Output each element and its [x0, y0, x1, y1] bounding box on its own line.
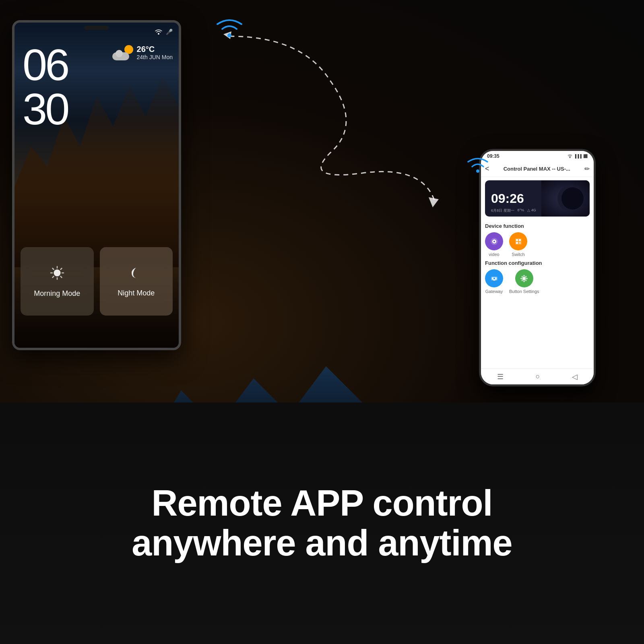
- phone-signal-text: △ 4G: [527, 208, 536, 213]
- tablet-device: 🎤 06 30: [12, 20, 181, 350]
- phone-header: < Control Panel MAX -- US-... ✏: [481, 161, 594, 177]
- svg-point-1: [476, 169, 479, 173]
- morning-mode-icon: [49, 265, 65, 285]
- phone-battery-icon: ⬛: [583, 154, 588, 158]
- device-function-grid: video Switch: [485, 232, 590, 257]
- video-label: video: [489, 252, 499, 257]
- phone-clock-card: 09:26 6月8日 星期一 8°% △ 4G: [485, 180, 590, 217]
- svg-point-28: [522, 277, 526, 280]
- bottom-headline: Remote APP control anywhere and anytime: [132, 483, 512, 563]
- phone-date-text: 6月8日 星期一: [491, 208, 514, 213]
- svg-rect-22: [519, 242, 521, 244]
- func-item-switch[interactable]: Switch: [509, 232, 527, 257]
- phone-nav-back[interactable]: ◁: [572, 372, 578, 381]
- svg-line-11: [60, 277, 62, 278]
- button-settings-label: Button Settings: [509, 289, 539, 294]
- button-settings-icon-circle: [515, 269, 533, 287]
- tablet-screen: 🎤 06 30: [14, 23, 179, 348]
- function-config-title: Function configuration: [485, 260, 590, 266]
- phone-screen: 09:35 ▐▐▐ ⬛ < Control Panel MAX -- US-..…: [481, 151, 594, 384]
- phone-content: Device function video: [481, 220, 594, 368]
- phone-battery-pct: 8°%: [518, 208, 524, 213]
- svg-rect-26: [493, 280, 495, 281]
- svg-rect-21: [516, 242, 518, 244]
- device-function-title: Device function: [485, 223, 590, 229]
- gateway-label: Gateway: [485, 289, 503, 294]
- svg-point-14: [569, 157, 570, 158]
- morning-mode-btn[interactable]: Morning Mode: [21, 247, 94, 316]
- phone-status-bar: 09:35 ▐▐▐ ⬛: [481, 151, 594, 161]
- bottom-line1: Remote APP control: [132, 483, 512, 523]
- morning-mode-label: Morning Mode: [34, 289, 80, 298]
- phone-nav: ☰ ○ ◁: [481, 368, 594, 384]
- switch-label: Switch: [512, 252, 524, 257]
- phone-frame: 09:35 ▐▐▐ ⬛ < Control Panel MAX -- US-..…: [479, 149, 596, 386]
- svg-point-25: [493, 278, 495, 279]
- function-config-grid: Gateway Button Settings: [485, 269, 590, 294]
- weather-date: 24th JUN Mon: [137, 54, 173, 60]
- gateway-icon: [490, 274, 499, 283]
- tablet-time-hours: 06: [23, 43, 68, 87]
- tablet-status-icons: 🎤: [155, 29, 173, 35]
- phone-clock-date: 6月8日 星期一 8°% △ 4G: [491, 208, 536, 213]
- svg-line-12: [60, 268, 62, 270]
- phone-header-title: Control Panel MAX -- US-...: [493, 166, 581, 172]
- night-mode-btn[interactable]: Night Mode: [100, 247, 173, 316]
- phone-nav-menu[interactable]: ☰: [497, 372, 504, 381]
- svg-point-5: [54, 270, 60, 276]
- tablet-time-container: 06 30: [23, 43, 68, 131]
- phone-device: 09:35 ▐▐▐ ⬛ < Control Panel MAX -- US-..…: [479, 149, 596, 386]
- svg-point-0: [227, 33, 231, 37]
- tablet-mic-icon: 🎤: [166, 29, 173, 35]
- phone-edit-button[interactable]: ✏: [584, 165, 590, 173]
- night-mode-icon: [128, 265, 144, 284]
- svg-line-13: [52, 277, 54, 278]
- tablet-camera: [85, 26, 109, 30]
- svg-point-4: [158, 33, 159, 35]
- gateway-icon-circle: [485, 269, 503, 287]
- tablet-modes: Morning Mode Night Mode: [21, 247, 173, 316]
- func-item-gateway[interactable]: Gateway: [485, 269, 503, 294]
- func-item-button-settings[interactable]: Button Settings: [509, 269, 539, 294]
- tablet-weather: 26°C 24th JUN Mon: [112, 45, 173, 60]
- tablet-time-minutes: 30: [23, 87, 68, 131]
- bottom-text-area: Remote APP control anywhere and anytime: [0, 402, 644, 644]
- video-icon: [490, 237, 499, 246]
- video-icon-circle: [485, 232, 503, 250]
- phone-status-icons: ▐▐▐ ⬛: [568, 154, 588, 158]
- svg-line-10: [52, 268, 54, 270]
- svg-rect-20: [519, 239, 521, 241]
- phone-signal-icon: ▐▐▐: [574, 154, 582, 158]
- switch-icon: [514, 237, 523, 246]
- func-item-video[interactable]: video: [485, 232, 503, 257]
- button-settings-icon: [520, 274, 528, 283]
- phone-nav-home[interactable]: ○: [536, 372, 540, 381]
- switch-icon-circle: [509, 232, 527, 250]
- bottom-line2: anywhere and anytime: [132, 523, 512, 563]
- svg-point-17: [493, 241, 495, 242]
- weather-temp: 26°C: [137, 45, 173, 54]
- phone-clock-time: 09:26: [491, 191, 524, 206]
- phone-wifi-icon: [568, 154, 572, 158]
- wifi-icon-top: [213, 12, 246, 42]
- svg-rect-19: [516, 239, 518, 241]
- tablet-wifi-icon: [155, 29, 163, 35]
- wifi-icon-phone: [465, 153, 491, 177]
- night-mode-label: Night Mode: [118, 289, 155, 297]
- tablet-frame: 🎤 06 30: [12, 20, 181, 350]
